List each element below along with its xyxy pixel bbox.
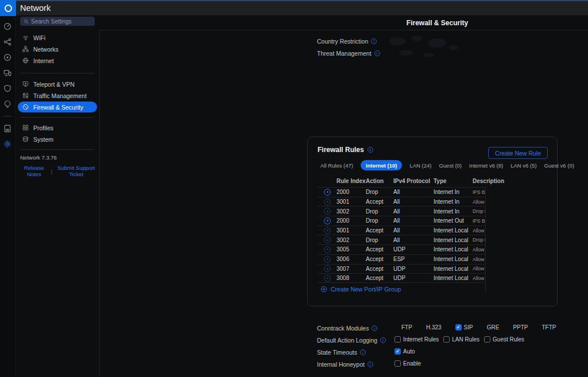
rule-index-cell: 3001	[336, 199, 366, 205]
app-header: Network	[0, 0, 588, 16]
info-icon[interactable]: i	[368, 147, 373, 153]
search-settings-input[interactable]	[31, 18, 91, 25]
sidebar-item-teleport-vpn[interactable]: Teleport & VPN	[18, 79, 97, 90]
rail-item-clients[interactable]	[3, 69, 11, 77]
tab-internet-v6-8[interactable]: Internet v6 (8)	[469, 162, 503, 169]
info-icon[interactable]: i	[368, 362, 373, 367]
rail-item-devices[interactable]	[3, 53, 11, 61]
create-new-rule-button[interactable]: Create New Rule	[488, 147, 548, 159]
option-gre[interactable]: GRE	[487, 324, 500, 331]
info-icon[interactable]: i	[371, 38, 377, 44]
firewall-rule-row[interactable]: 2000DropAllInternet OutIPS B	[318, 216, 486, 226]
rule-status-icon[interactable]	[324, 236, 331, 243]
rule-action-cell: Accept	[366, 199, 393, 205]
sidebar-item-system[interactable]: System	[18, 134, 97, 145]
rail-item-insights[interactable]	[3, 84, 11, 92]
info-icon[interactable]: i	[360, 349, 366, 355]
firewall-rule-row[interactable]: 3002DropAllInternet LocalDrop I	[318, 235, 486, 244]
rule-status-icon[interactable]	[324, 246, 331, 253]
rule-description-cell: IPS B	[473, 189, 486, 195]
rule-protocol-cell: All	[393, 208, 434, 215]
rail-item-radios[interactable]	[3, 100, 11, 108]
radio-icon	[3, 100, 11, 108]
tab-lan-v6-5[interactable]: LAN v6 (5)	[510, 162, 536, 169]
tab-guest-v6-0[interactable]: Guest v6 (0)	[544, 162, 574, 169]
page-title: Firewall & Security	[317, 19, 558, 27]
rule-type-cell: Internet Local	[434, 237, 473, 243]
rule-status-icon[interactable]	[324, 208, 331, 215]
sidebar-item-wifi[interactable]: WiFi	[18, 32, 97, 43]
search-settings-box[interactable]	[20, 17, 95, 26]
rule-description-cell: Allow	[473, 256, 486, 262]
rail-item-settings[interactable]	[3, 140, 11, 148]
state-timeouts-label: State Timeouts	[317, 349, 357, 356]
sidebar-item-profiles[interactable]: Profiles	[18, 122, 97, 133]
rule-action-cell: Drop	[366, 189, 393, 195]
rail-item-topology[interactable]	[3, 38, 11, 46]
create-port-ip-group-link[interactable]: Create New Port/IP Group	[317, 285, 404, 293]
option-internet-rules[interactable]: Internet Rules	[394, 336, 439, 343]
sidebar-item-internet[interactable]: Internet	[18, 55, 97, 66]
firewall-rule-row[interactable]: 3001AcceptAllInternet InAllow	[318, 197, 486, 207]
info-icon[interactable]: i	[372, 325, 377, 331]
firewall-rule-row[interactable]: 3008AcceptUDPInternet LocalAllow	[318, 273, 486, 283]
firewall-rule-row[interactable]: 3005AcceptUDPInternet LocalAllow	[318, 244, 486, 254]
tab-internet-10[interactable]: Internet (10)	[361, 160, 402, 170]
search-icon	[24, 19, 29, 24]
firewall-rule-row[interactable]: 2000DropAllInternet InIPS B	[318, 187, 486, 197]
rule-status-icon[interactable]	[324, 199, 331, 205]
option-enable[interactable]: Enable	[394, 360, 421, 367]
submit-support-ticket-link[interactable]: Submit Support Ticket	[55, 165, 97, 177]
option-pptp[interactable]: PPTP	[513, 324, 528, 331]
rail-item-dashboard[interactable]	[3, 22, 11, 30]
rule-status-icon[interactable]	[324, 217, 331, 224]
option-h-323[interactable]: H.323	[426, 324, 442, 331]
tab-lan-24[interactable]: LAN (24)	[409, 162, 431, 169]
rule-protocol-cell: All	[393, 217, 434, 224]
tab-all-rules-47[interactable]: All Rules (47)	[320, 162, 353, 169]
option-auto[interactable]: ✓Auto	[394, 348, 415, 355]
tab-guest-0[interactable]: Guest (0)	[439, 162, 462, 169]
rule-index-cell: 2000	[336, 217, 366, 224]
unifi-logo[interactable]	[0, 0, 16, 16]
rule-description-cell: Drop I	[473, 208, 486, 214]
checkbox-unchecked-icon	[443, 336, 450, 343]
option-ftp[interactable]: FTP	[401, 324, 412, 331]
rule-action-cell: Drop	[366, 217, 393, 224]
option-guest-rules[interactable]: Guest Rules	[484, 336, 524, 343]
firewall-rule-row[interactable]: 3001AcceptAllInternet LocalAllow	[318, 226, 486, 235]
rule-status-icon[interactable]	[324, 227, 331, 234]
rule-status-icon[interactable]	[324, 275, 331, 282]
option-lan-rules[interactable]: LAN Rules	[443, 336, 479, 343]
info-icon[interactable]: i	[374, 50, 380, 56]
sidebar-item-networks[interactable]: Networks	[18, 44, 97, 55]
rule-action-cell: Accept	[366, 227, 393, 234]
sidebar-item-traffic-management[interactable]: Traffic Management	[18, 90, 97, 101]
rail-item-system-log[interactable]	[3, 125, 11, 133]
dashboard-icon	[3, 22, 11, 30]
option-tftp[interactable]: TFTP	[542, 324, 556, 331]
app-window: Network WiFiNetworksInternetTeleport & V…	[0, 0, 588, 377]
rule-status-icon[interactable]	[324, 189, 331, 196]
rule-status-icon[interactable]	[324, 265, 331, 272]
default-action-logging-label: Default Action Logging	[317, 337, 377, 344]
info-icon[interactable]: i	[380, 337, 386, 343]
devices-target-icon	[3, 53, 11, 61]
left-icon-rail	[0, 16, 16, 377]
rule-status-icon[interactable]	[324, 256, 331, 263]
firewall-rule-row[interactable]: 3006AcceptESPInternet LocalAllow	[318, 254, 486, 264]
state-timeouts-options: ✓Auto	[394, 348, 415, 355]
option-label: LAN Rules	[452, 336, 479, 343]
rule-protocol-cell: All	[393, 227, 434, 234]
rule-type-cell: Internet Local	[434, 275, 473, 281]
option-label: FTP	[401, 324, 412, 331]
journal-icon	[3, 125, 11, 133]
topology-icon	[3, 38, 11, 46]
sidebar-item-firewall-security[interactable]: Firewall & Security	[18, 102, 97, 112]
firewall-rule-row[interactable]: 3007AcceptUDPInternet LocalAllow	[318, 264, 486, 274]
option-label: TFTP	[542, 324, 556, 331]
table-right-edge	[485, 187, 486, 294]
option-sip[interactable]: ✓SIP	[455, 324, 473, 331]
firewall-rule-row[interactable]: 3002DropAllInternet InDrop I	[318, 206, 486, 216]
release-notes-link[interactable]: Release Notes	[20, 165, 48, 177]
